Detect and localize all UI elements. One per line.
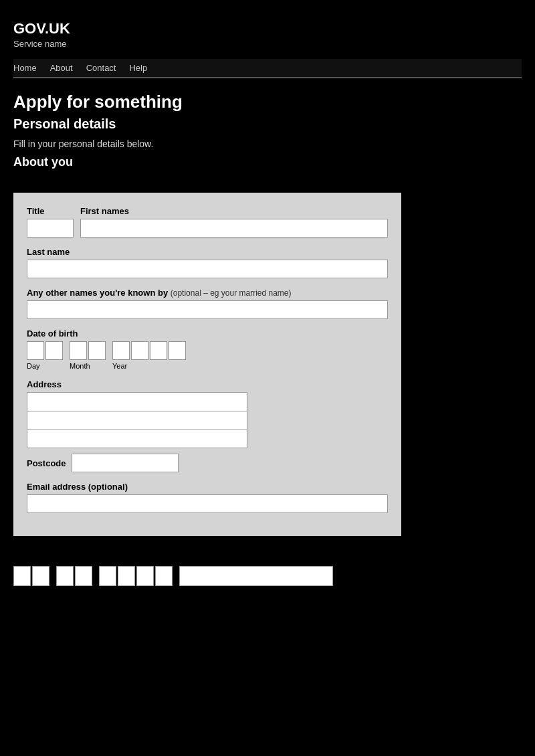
dob-year-box2[interactable] bbox=[131, 341, 148, 360]
bottom-dob-row bbox=[13, 566, 522, 586]
dob-month-boxes bbox=[70, 341, 106, 360]
dob-month-box2[interactable] bbox=[88, 341, 106, 360]
nav-item-home[interactable]: Home bbox=[13, 63, 37, 73]
bottom-year-box1[interactable] bbox=[99, 566, 116, 586]
other-names-group: Any other names you're known by (optiona… bbox=[27, 288, 388, 319]
address-line3[interactable] bbox=[27, 430, 247, 448]
address-line1[interactable] bbox=[27, 392, 247, 411]
bottom-month-boxes bbox=[56, 566, 92, 586]
top-header: GOV.UK Service name bbox=[13, 13, 522, 52]
lastname-input[interactable] bbox=[27, 260, 388, 278]
other-names-optional: (optional – eg your married name) bbox=[171, 288, 292, 298]
bottom-year-box2[interactable] bbox=[118, 566, 135, 586]
dob-year-field: Year bbox=[112, 341, 186, 370]
title-group: Title bbox=[27, 206, 74, 238]
content-header: Apply for something Personal details Fil… bbox=[13, 85, 522, 183]
dob-year-box4[interactable] bbox=[169, 341, 186, 360]
about-you-label: About you bbox=[13, 155, 522, 169]
dob-label: Date of birth bbox=[27, 328, 388, 339]
dob-year-label: Year bbox=[112, 362, 127, 370]
dob-day-label: Day bbox=[27, 362, 40, 370]
address-group: Address Postcode bbox=[27, 379, 388, 472]
dob-day-box1[interactable] bbox=[27, 341, 44, 360]
bottom-month-box2[interactable] bbox=[75, 566, 92, 586]
bottom-year-box3[interactable] bbox=[136, 566, 154, 586]
email-group: Email address (optional) bbox=[27, 482, 388, 513]
page-heading: Apply for something bbox=[13, 92, 522, 112]
bottom-day-boxes bbox=[13, 566, 49, 586]
site-subtitle: Service name bbox=[13, 39, 522, 49]
dob-month-box1[interactable] bbox=[70, 341, 87, 360]
dob-year-boxes bbox=[112, 341, 186, 360]
site-title: GOV.UK bbox=[13, 20, 522, 37]
dob-month-label: Month bbox=[70, 362, 90, 370]
dob-day-box2[interactable] bbox=[45, 341, 63, 360]
nav-bar: Home About Contact Help bbox=[13, 59, 522, 78]
bottom-year-boxes bbox=[99, 566, 173, 586]
email-input[interactable] bbox=[27, 494, 388, 513]
other-names-input[interactable] bbox=[27, 300, 388, 319]
bottom-day-box1[interactable] bbox=[13, 566, 31, 586]
firstname-group: First names bbox=[80, 206, 388, 238]
page-wrapper: GOV.UK Service name Home About Contact H… bbox=[0, 0, 535, 756]
email-label: Email address (optional) bbox=[27, 482, 388, 492]
postcode-row: Postcode bbox=[27, 454, 388, 472]
dob-year-box3[interactable] bbox=[150, 341, 167, 360]
firstname-input[interactable] bbox=[80, 219, 388, 238]
dob-day-field: Day bbox=[27, 341, 63, 370]
firstname-label: First names bbox=[80, 206, 388, 216]
postcode-label: Postcode bbox=[27, 458, 66, 468]
bottom-month-box1[interactable] bbox=[56, 566, 74, 586]
bottom-wide-input[interactable] bbox=[179, 566, 333, 586]
other-names-label: Any other names you're known by (optiona… bbox=[27, 288, 388, 298]
bottom-section bbox=[13, 546, 522, 606]
title-label: Title bbox=[27, 206, 74, 216]
dob-year-box1[interactable] bbox=[112, 341, 130, 360]
nav-item-contact[interactable]: Contact bbox=[86, 63, 116, 73]
bottom-year-box4[interactable] bbox=[155, 566, 173, 586]
postcode-input[interactable] bbox=[72, 454, 179, 472]
nav-item-help[interactable]: Help bbox=[129, 63, 147, 73]
dob-month-field: Month bbox=[70, 341, 106, 370]
dob-row: Day Month bbox=[27, 341, 388, 370]
address-line2[interactable] bbox=[27, 411, 247, 430]
title-input[interactable] bbox=[27, 219, 74, 238]
form-container: Title First names Last name Any other na… bbox=[13, 193, 401, 536]
lastname-label: Last name bbox=[27, 247, 388, 257]
nav-item-about[interactable]: About bbox=[50, 63, 73, 73]
dob-day-boxes bbox=[27, 341, 63, 360]
section-heading: Personal details bbox=[13, 116, 522, 132]
description-text: Fill in your personal details below. bbox=[13, 137, 522, 151]
address-label: Address bbox=[27, 379, 388, 389]
dob-group: Date of birth Day Month bbox=[27, 328, 388, 370]
title-firstname-row: Title First names bbox=[27, 206, 388, 238]
lastname-group: Last name bbox=[27, 247, 388, 278]
address-lines bbox=[27, 392, 247, 448]
bottom-day-box2[interactable] bbox=[32, 566, 49, 586]
